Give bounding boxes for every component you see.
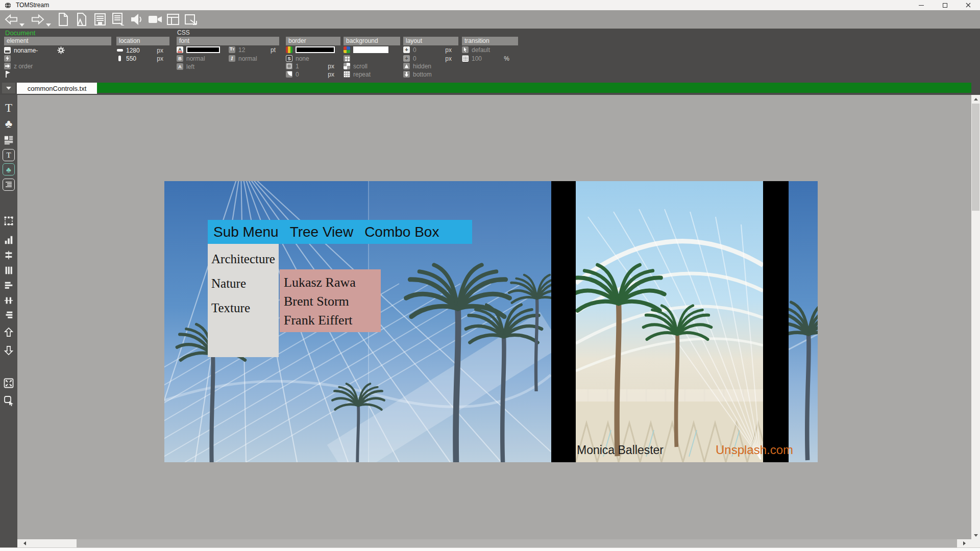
- background-attachment-row: scroll: [344, 62, 368, 70]
- layout-columns-button[interactable]: [166, 12, 180, 27]
- scroll-down-button[interactable]: [971, 531, 980, 539]
- font-align-value[interactable]: left: [186, 63, 194, 70]
- font-size-unit: pt: [271, 46, 276, 54]
- background-color-swatch[interactable]: [353, 46, 388, 53]
- font-color-swatch[interactable]: [186, 46, 220, 53]
- font-size-value[interactable]: 12: [238, 46, 245, 54]
- preview-window-button[interactable]: [184, 12, 198, 27]
- vertical-scrollbar[interactable]: [971, 95, 980, 539]
- font-style-value[interactable]: normal: [238, 55, 257, 62]
- font-color-row: [177, 46, 220, 54]
- tree-frame-tool-button[interactable]: ♣: [3, 163, 15, 176]
- scroll-left-button[interactable]: [17, 539, 32, 547]
- text-block-icon: [4, 135, 14, 145]
- zoom-select-button[interactable]: [3, 394, 15, 407]
- zoom-select-icon: [3, 395, 14, 406]
- close-button[interactable]: [957, 0, 980, 10]
- layout-align-value[interactable]: bottom: [413, 71, 432, 78]
- open-document-button[interactable]: [75, 12, 87, 27]
- tree-tool-button[interactable]: ♣: [3, 117, 15, 131]
- layout-overflow-value[interactable]: hidden: [413, 63, 431, 70]
- tab-list-dropdown-button[interactable]: [2, 83, 15, 93]
- audio-button[interactable]: [130, 12, 143, 27]
- align-left-bars-button[interactable]: [3, 279, 15, 292]
- list-tool-button[interactable]: [3, 133, 15, 146]
- new-document-button[interactable]: [57, 12, 69, 27]
- list-frame-tool-button[interactable]: [3, 179, 15, 191]
- save-as-button[interactable]: [111, 12, 126, 27]
- transition-amount-value[interactable]: 100: [472, 55, 482, 62]
- maximize-icon: [943, 3, 947, 8]
- move-up-button[interactable]: [3, 325, 15, 339]
- forward-button[interactable]: [31, 12, 45, 27]
- design-canvas[interactable]: Sub Menu Tree View Combo Box Architectur…: [17, 95, 971, 539]
- horizontal-scrollbar[interactable]: [17, 539, 971, 547]
- text-frame-tool-button[interactable]: T: [3, 149, 15, 161]
- combo-item-brent-storm[interactable]: Brent Storm: [280, 292, 381, 311]
- background-repeat-value[interactable]: repeat: [353, 71, 371, 78]
- document-artwork[interactable]: Sub Menu Tree View Combo Box Architectur…: [164, 181, 818, 462]
- list-lines-icon: [5, 181, 12, 188]
- layout-x-value[interactable]: 0: [413, 46, 416, 54]
- minimize-button[interactable]: [910, 0, 933, 10]
- background-image-row: [344, 55, 350, 62]
- horizontal-scroll-thumb[interactable]: [77, 539, 957, 547]
- background-attachment-value[interactable]: scroll: [353, 63, 368, 70]
- border-radius-value[interactable]: 0: [296, 71, 299, 78]
- menu-item-sub-menu[interactable]: Sub Menu: [208, 224, 284, 240]
- menu-item-tree-view[interactable]: Tree View: [284, 224, 359, 240]
- combo-item-frank-eiffert[interactable]: Frank Eiffert: [280, 311, 381, 330]
- border-width-value[interactable]: 1: [296, 63, 299, 70]
- transition-type-value[interactable]: default: [472, 46, 490, 54]
- location-y-value[interactable]: 550: [126, 55, 136, 62]
- css-label: CSS: [177, 29, 190, 36]
- z-order-label[interactable]: z order: [14, 63, 33, 70]
- lightning-icon[interactable]: [4, 55, 11, 62]
- video-capture-button[interactable]: [148, 12, 162, 27]
- text-tool-button[interactable]: T: [3, 102, 15, 115]
- status-bar: [0, 547, 980, 551]
- submenu-item-texture[interactable]: Texture: [208, 296, 279, 320]
- location-x-value[interactable]: 1280: [126, 47, 140, 54]
- vertical-scroll-thumb[interactable]: [972, 104, 979, 211]
- bar-chart-tool-button[interactable]: [3, 233, 15, 246]
- save-document-button[interactable]: [93, 12, 107, 27]
- border-color-swatch[interactable]: [296, 46, 335, 53]
- tab-commoncontrols[interactable]: commonControls.txt: [17, 83, 97, 94]
- menu-item-combo-box[interactable]: Combo Box: [359, 224, 445, 240]
- align-left-bars-icon: [4, 280, 14, 290]
- border-width-unit: px: [328, 63, 334, 70]
- back-button[interactable]: [4, 12, 18, 27]
- submenu-item-architecture[interactable]: Architecture: [208, 247, 279, 271]
- css-properties-panel: Document CSS element noname- z order loc…: [0, 29, 980, 82]
- triangle-up-icon: [974, 98, 978, 101]
- flag-icon[interactable]: [4, 71, 11, 78]
- triangle-right-icon: [963, 541, 966, 545]
- font-weight-value[interactable]: normal: [186, 55, 205, 62]
- distribute-horizontal-button[interactable]: [3, 248, 15, 262]
- selection-tool-button[interactable]: [3, 214, 15, 228]
- align-right-lines-button[interactable]: [3, 308, 15, 321]
- fit-view-button[interactable]: [3, 377, 15, 390]
- layout-y-value[interactable]: 0: [413, 55, 416, 62]
- move-down-button[interactable]: [3, 344, 15, 357]
- document-label: Document: [5, 29, 35, 37]
- border-style-value[interactable]: none: [296, 55, 309, 62]
- submenu-item-nature[interactable]: Nature: [208, 271, 279, 296]
- transition-type-row: default: [462, 46, 490, 54]
- background-section-header: background: [344, 37, 400, 45]
- background-image-icon[interactable]: [344, 55, 350, 62]
- distribute-vertical-button[interactable]: [3, 294, 15, 307]
- combo-item-lukasz-rawa[interactable]: Lukasz Rawa: [280, 273, 381, 292]
- scroll-right-button[interactable]: [957, 539, 971, 547]
- element-name-value[interactable]: noname-: [14, 47, 38, 54]
- layout-section-header: layout: [403, 37, 458, 45]
- background-repeat-row: repeat: [344, 70, 371, 78]
- element-section-header: element: [4, 37, 111, 45]
- maximize-button[interactable]: [933, 0, 957, 10]
- gear-icon[interactable]: [57, 46, 65, 54]
- scroll-up-button[interactable]: [971, 95, 980, 103]
- columns-tool-button[interactable]: [3, 264, 15, 277]
- font-color-icon: [177, 46, 183, 53]
- video-camera-icon: [148, 14, 162, 24]
